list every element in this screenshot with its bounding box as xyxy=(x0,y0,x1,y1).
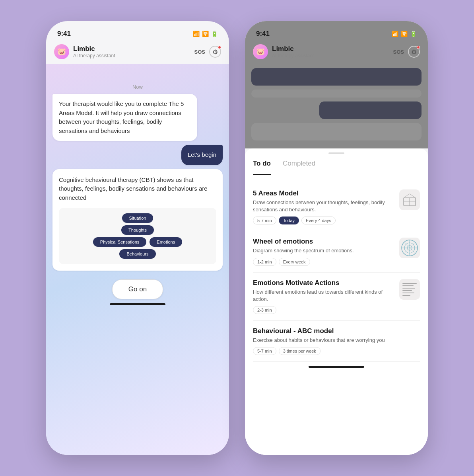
task-icon-1 xyxy=(399,189,420,210)
task-info-1: 5 Areas Model Draw connections between y… xyxy=(253,189,394,224)
tag-frequency-1: Every 4 days xyxy=(301,217,336,224)
home-indicator-left xyxy=(110,303,165,305)
areas-model-icon xyxy=(402,192,418,208)
home-indicator-right xyxy=(309,366,364,368)
notification-dot-right xyxy=(417,46,420,49)
sheet-handle xyxy=(328,152,344,154)
right-phone: 9:41 📶 🛜 🔋 🐷 Limbic AI therapy assistant… xyxy=(245,21,428,455)
tag-frequency-2: Every week xyxy=(279,258,310,266)
pill-thoughts: Thoughts xyxy=(121,225,154,235)
app-title-group-right: Limbic AI therapy assistant xyxy=(272,45,393,59)
pill-behaviours: Behaviours xyxy=(119,249,155,259)
app-subtitle-left: AI therapy assistant xyxy=(73,53,194,59)
wheel-icon xyxy=(400,238,419,258)
header-actions-right: SOS ⚙ xyxy=(393,46,420,58)
tag-duration-4: 5-7 min xyxy=(253,347,276,355)
battery-icon-right: 🔋 xyxy=(410,31,417,37)
task-desc-3: How different emotions lead us towards d… xyxy=(253,289,394,303)
app-header-right: 🐷 Limbic AI therapy assistant SOS ⚙ xyxy=(245,41,428,64)
message-1: Your therapist would like you to complet… xyxy=(52,94,197,141)
svg-rect-14 xyxy=(402,288,415,289)
pill-physical: Physical Sensations xyxy=(93,237,146,247)
left-phone: 9:41 📶 🛜 🔋 🐷 Limbic AI therapy assistant… xyxy=(46,21,229,455)
blur-bar-4 xyxy=(251,123,422,140)
sos-button-right[interactable]: SOS xyxy=(393,49,404,55)
blur-bar-3 xyxy=(319,101,422,119)
svg-line-3 xyxy=(404,194,410,198)
lines-icon xyxy=(400,280,419,299)
battery-icon-left: 🔋 xyxy=(211,31,218,37)
app-title-group-left: Limbic AI therapy assistant xyxy=(73,45,194,59)
avatar-right: 🐷 xyxy=(253,44,268,59)
cbt-text: Cognitive behavioural therapy (CBT) show… xyxy=(59,176,216,203)
task-tags-3: 2-3 min xyxy=(253,306,394,314)
svg-rect-16 xyxy=(402,293,414,293)
wifi-icon-left: 🛜 xyxy=(202,31,209,37)
cbt-card: Cognitive behavioural therapy (CBT) show… xyxy=(52,169,223,271)
tag-duration-1: 5-7 min xyxy=(253,217,276,224)
task-title-4: Behavioural - ABC model xyxy=(253,327,420,335)
svg-rect-15 xyxy=(402,290,412,291)
app-name-left: Limbic xyxy=(73,45,194,53)
message-2: Let's begin xyxy=(181,145,223,165)
pill-emotions: Emotions xyxy=(150,237,182,247)
bottom-sheet: To do Completed 5 Areas Model Draw conne… xyxy=(245,148,428,455)
task-tags-4: 5-7 min 3 times per week xyxy=(253,347,420,355)
task-desc-4: Exercise about habits or behaviours that… xyxy=(253,337,420,344)
task-icon-2 xyxy=(399,238,420,258)
app-header-left: 🐷 Limbic AI therapy assistant SOS ⚙ xyxy=(46,41,229,64)
task-tags-1: 5-7 min Today Every 4 days xyxy=(253,217,394,224)
pill-situation: Situation xyxy=(122,213,153,223)
task-info-2: Wheel of emotions Diagram showing the sp… xyxy=(253,238,394,265)
signal-icon-left: 📶 xyxy=(193,31,200,37)
task-desc-2: Diagram showing the spectrum of emotions… xyxy=(253,247,394,254)
tab-completed[interactable]: Completed xyxy=(283,160,315,171)
task-item-4[interactable]: Behavioural - ABC model Exercise about h… xyxy=(253,321,420,362)
app-name-right: Limbic xyxy=(272,45,393,53)
status-icons-right: 📶 🛜 🔋 xyxy=(392,31,417,37)
status-bar-right: 9:41 📶 🛜 🔋 xyxy=(245,21,428,41)
svg-rect-13 xyxy=(402,285,414,286)
status-time-right: 9:41 xyxy=(256,30,270,38)
tabs-row: To do Completed xyxy=(253,160,420,175)
task-info-3: Emotions Motivate Actions How different … xyxy=(253,279,394,314)
blurred-background xyxy=(245,64,428,148)
svg-line-4 xyxy=(410,194,416,198)
blur-bar-1 xyxy=(251,68,422,86)
task-item-2[interactable]: Wheel of emotions Diagram showing the sp… xyxy=(253,231,420,272)
task-title-3: Emotions Motivate Actions xyxy=(253,279,394,287)
gear-button-left[interactable]: ⚙ xyxy=(209,46,221,58)
tag-duration-2: 1-2 min xyxy=(253,258,276,266)
tag-frequency-4: 3 times per week xyxy=(279,347,321,355)
tab-todo[interactable]: To do xyxy=(253,160,271,171)
task-desc-1: Draw connections between your thoughts, … xyxy=(253,199,394,213)
signal-icon-right: 📶 xyxy=(392,31,398,37)
task-title-1: 5 Areas Model xyxy=(253,189,394,197)
header-actions-left: SOS ⚙ xyxy=(194,46,221,58)
task-info-4: Behavioural - ABC model Exercise about h… xyxy=(253,327,420,355)
svg-rect-17 xyxy=(402,295,410,296)
status-icons-left: 📶 🛜 🔋 xyxy=(193,31,218,37)
status-time-left: 9:41 xyxy=(57,30,71,38)
phone-content-right: To do Completed 5 Areas Model Draw conne… xyxy=(245,64,428,455)
notification-dot-left xyxy=(218,46,221,49)
go-on-button[interactable]: Go on xyxy=(112,279,163,299)
chat-area: Now Your therapist would like you to com… xyxy=(46,64,229,455)
status-bar-left: 9:41 📶 🛜 🔋 xyxy=(46,21,229,41)
svg-rect-12 xyxy=(402,283,417,284)
wifi-icon-right: 🛜 xyxy=(401,31,408,37)
tag-duration-3: 2-3 min xyxy=(253,306,276,314)
task-tags-2: 1-2 min Every week xyxy=(253,258,394,266)
task-item-3[interactable]: Emotions Motivate Actions How different … xyxy=(253,273,420,321)
task-icon-3 xyxy=(399,279,420,300)
cbt-diagram: Situation Thoughts Physical Sensations E… xyxy=(59,208,216,264)
sos-button-left[interactable]: SOS xyxy=(194,49,205,55)
tag-today: Today xyxy=(279,217,299,224)
task-item-1[interactable]: 5 Areas Model Draw connections between y… xyxy=(253,183,420,231)
app-subtitle-right: AI therapy assistant xyxy=(272,53,393,59)
avatar-left: 🐷 xyxy=(54,44,69,59)
blur-bar-2 xyxy=(251,90,422,98)
gear-button-right[interactable]: ⚙ xyxy=(408,46,420,58)
task-title-2: Wheel of emotions xyxy=(253,238,394,246)
timestamp: Now xyxy=(52,84,223,90)
